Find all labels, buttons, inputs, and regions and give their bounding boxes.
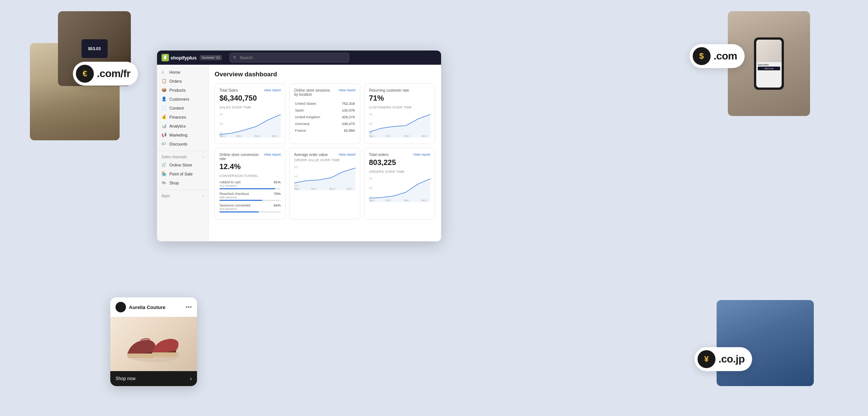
sidebar-item-online-store[interactable]: 🛒 Online Store [157,160,208,169]
orders-icon: 📋 [161,79,167,84]
sidebar-item-shop[interactable]: 🛍 Shop [157,178,208,187]
shop-now-text: Shop now [116,376,135,381]
card-conversion-link[interactable]: View report [264,153,281,156]
sidebar-label-products: Products [169,88,185,92]
shopify-logo: shopifyplus Summer '23 [161,54,222,61]
card-avg-order-subtitle: ORDER VALUE OVER TIME [294,158,355,162]
store-card-header: Aurelia Couture ••• [110,297,197,317]
admin-body: ⌂ Home 📋 Orders 📦 Products 👤 Customers 📄… [157,65,441,241]
card-total-orders-link[interactable]: View report [413,153,430,156]
svg-text:Nov 1: Nov 1 [404,199,410,202]
card-total-orders-value: 803,225 [369,158,430,167]
shop-now-arrow: › [190,376,192,382]
card-total-orders: Total orders View report 803,225 ORDERS … [364,148,435,220]
customers-icon: 👤 [161,97,167,102]
sales-channels-chevron: › [203,155,204,159]
funnel-checkout-label: Reached checkout [219,192,249,196]
funnel-item-converted: Sessions converted 319 sessions 64% [219,203,281,212]
plus-text: shopifyplus [170,55,197,61]
svg-text:Dec 1: Dec 1 [272,134,278,137]
sidebar-item-home[interactable]: ⌂ Home [157,68,208,77]
card-total-sales-value: $6,340,750 [219,94,281,103]
sidebar-item-marketing[interactable]: 📢 Marketing [157,131,208,140]
svg-text:Oct 1: Oct 1 [311,187,316,190]
jpy-badge: ¥ .co.jp [695,347,752,371]
store-card-image [110,317,197,371]
marketing-icon: 📢 [161,132,167,138]
pos-icon: 🏪 [161,171,167,177]
value-us: 752,318 [335,100,355,106]
sidebar-item-analytics[interactable]: 📊 Analytics [157,122,208,131]
sidebar-label-online-store: Online Store [169,163,192,167]
card-conversion-subtitle: CONVERSION FUNNEL [219,174,281,178]
svg-text:200: 200 [219,131,223,134]
avg-order-chart: Sep 1 Oct 1 Nov 1 Dec 1 800 400 200 [294,164,355,190]
funnel-cart-pct: 91% [274,180,281,187]
delivery-photo [717,300,814,386]
funnel-converted-label: Sessions converted [219,203,250,207]
sidebar-label-home: Home [169,70,180,74]
card-avg-order-link[interactable]: View report [339,153,355,156]
returning-chart: Sep 1 Oct 1 Nov 1 Dec 1 800 400 200 [369,111,430,138]
card-sessions-link[interactable]: View report [339,88,355,92]
card-total-orders-subtitle: ORDERS OVER TIME [369,170,430,174]
sidebar-item-orders[interactable]: 📋 Orders [157,77,208,86]
svg-text:800: 800 [369,113,373,116]
funnel-item-cart: Added to cart 412 sessions 91% [219,180,281,189]
eur-badge: € .com/fr [73,62,138,86]
usd-badge: $ .com [690,44,745,68]
sidebar-label-orders: Orders [169,79,182,83]
admin-main: Overview dashboard Total Sales View repo… [209,65,441,241]
usd-text: .com [714,50,737,62]
apps-chevron: › [203,194,204,198]
card-avg-order: Average order value View report ORDER VA… [289,148,360,220]
country-uk: United Kingdom [295,114,334,120]
table-row: United Kingdom 425,273 [295,114,355,120]
sales-channels-label: Sales channels › [157,153,208,160]
apps-text: Apps [161,194,170,198]
online-store-icon: 🛒 [161,162,167,168]
card-total-sales-link[interactable]: View report [264,88,281,92]
content-icon: 📄 [161,105,167,111]
store-card-menu-button[interactable]: ••• [185,304,192,311]
sidebar-item-customers[interactable]: 👤 Customers [157,95,208,104]
country-es: Spain [295,107,334,113]
sidebar-item-content[interactable]: 📄 Content [157,104,208,113]
finances-icon: 💰 [161,114,167,120]
svg-rect-30 [152,352,177,357]
card-conversion-value: 12.4% [219,162,281,171]
country-de: Germany [295,120,334,126]
eur-circle: € [76,65,94,83]
country-us: United States [295,100,334,106]
admin-window: shopifyplus Summer '23 🔍 Search ⌂ Home 📋… [157,51,441,241]
sidebar-item-discounts[interactable]: 🏷 Discounts [157,140,208,149]
card-total-sales: Total Sales View report $6,340,750 SALES… [215,83,286,144]
jpy-circle: ¥ [698,350,715,368]
funnel-converted-pct: 64% [274,203,281,211]
svg-rect-29 [127,354,154,358]
analytics-icon: 📊 [161,123,167,129]
sidebar-item-products[interactable]: 📦 Products [157,86,208,95]
sidebar-item-pos[interactable]: 🏪 Point of Sale [157,169,208,178]
value-es: 132,076 [335,107,355,113]
value-de: 236,273 [335,120,355,126]
svg-text:Nov 1: Nov 1 [329,187,335,190]
search-bar[interactable]: 🔍 Search [230,53,349,62]
table-row: Spain 132,076 [295,107,355,113]
products-icon: 📦 [161,88,167,93]
discounts-icon: 🏷 [161,141,167,147]
svg-text:800: 800 [369,177,373,180]
funnel-container: Added to cart 412 sessions 91% Reached c… [219,180,281,212]
store-card-avatar [116,302,126,312]
card-conversion-label: Online store conversion rate [219,153,264,161]
sidebar-item-finances[interactable]: 💰 Finances [157,113,208,122]
card-returning: Returning customer rate 71% CUSTOMERS OV… [364,83,435,144]
store-card-footer[interactable]: Shop now › [110,371,197,386]
svg-text:Oct 1: Oct 1 [236,134,241,137]
sidebar-divider-2 [157,190,208,190]
summer-badge: Summer '23 [200,55,222,60]
svg-text:Sep 1: Sep 1 [219,134,225,138]
table-row: Germany 236,273 [295,120,355,126]
svg-text:800: 800 [294,165,298,168]
sidebar-label-pos: Point of Sale [169,172,193,176]
